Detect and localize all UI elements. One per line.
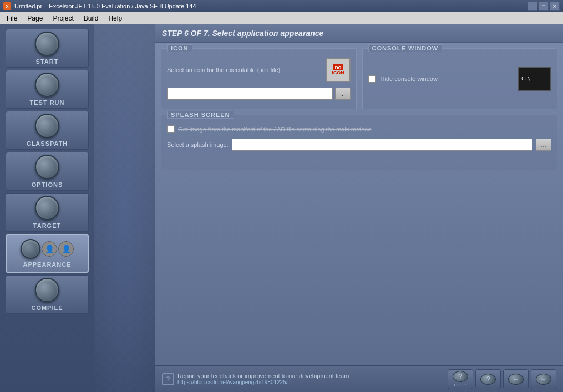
splash-browse-button[interactable]: ... <box>536 139 551 151</box>
feedback-url: https://blog.csdn.net/wangpengzhi1980122… <box>177 379 349 385</box>
forward-button[interactable]: → <box>531 369 556 389</box>
target-label: TARGET <box>33 222 61 229</box>
minimize-button[interactable]: — <box>528 2 537 11</box>
menu-file[interactable]: File <box>2 13 22 23</box>
start-label: START <box>36 58 59 65</box>
face-icon-2: 👤 <box>58 241 74 257</box>
menu-page[interactable]: Page <box>23 13 47 23</box>
no-icon-top-text: no <box>333 64 343 70</box>
titlebar-controls: — □ ✕ <box>528 2 560 11</box>
menu-help[interactable]: Help <box>104 13 126 23</box>
titlebar-title: Untitled.prj - Excelsior JET 15.0 Evalua… <box>14 3 196 9</box>
app-icon: X <box>3 2 11 10</box>
deco-background <box>94 24 155 392</box>
console-panel: CONSOLE WINDOW Hide console window C:\ <box>362 48 558 109</box>
sidebar-item-compile[interactable]: COMPILE <box>6 275 89 314</box>
splash-select-label: Select a splash image: <box>167 141 229 148</box>
bottom-bar: ? Report your feedback or improvement to… <box>155 365 563 392</box>
target-knob <box>35 196 59 220</box>
icon-file-input[interactable] <box>167 88 333 100</box>
sidebar-item-target[interactable]: TARGET <box>6 193 89 232</box>
options-label: OPTIONS <box>32 181 63 188</box>
classpath-knob <box>35 114 59 138</box>
help-label: HELP <box>454 383 467 388</box>
splash-manifest-checkbox[interactable] <box>167 125 175 133</box>
menu-project[interactable]: Project <box>48 13 78 23</box>
content-body: ICON Select an icon for the executable (… <box>155 43 563 365</box>
question-icon: ? <box>480 374 496 385</box>
appearance-knob <box>21 239 40 259</box>
help-button[interactable]: ? HELP <box>448 369 473 389</box>
menu-build[interactable]: Build <box>79 13 103 23</box>
forward-icon: → <box>536 374 551 385</box>
testrun-knob <box>35 73 59 97</box>
sidebar-item-classpath[interactable]: CLASSPATH <box>6 111 89 150</box>
maximize-button[interactable]: □ <box>539 2 549 11</box>
sidebar: START TEST RUN CLASSPATH OPTIONS TARGET … <box>0 24 94 392</box>
splash-file-input[interactable] <box>232 139 532 151</box>
feedback-text-area: Report your feedback or improvement to o… <box>177 373 349 385</box>
compile-label: COMPILE <box>31 304 63 311</box>
top-row: ICON Select an icon for the executable (… <box>161 48 557 109</box>
main-layout: START TEST RUN CLASSPATH OPTIONS TARGET … <box>0 24 563 392</box>
icon-browse-button[interactable]: ... <box>335 88 351 100</box>
splash-panel: SPLASH SCREEN Get image from the manifes… <box>161 115 557 170</box>
question-button[interactable]: ? <box>475 369 501 389</box>
start-knob <box>35 32 59 56</box>
console-preview: C:\ <box>518 67 551 91</box>
step-title: STEP 6 OF 7. Select application appearan… <box>162 29 323 38</box>
feedback-text: Report your feedback or improvement to o… <box>177 373 349 379</box>
splash-manifest-label: Get image from the manifest of the JAR f… <box>178 126 372 133</box>
console-preview-text: C:\ <box>521 76 530 82</box>
hide-console-checkbox[interactable] <box>368 75 376 83</box>
hide-console-label: Hide console window <box>381 75 514 82</box>
appearance-knob-area: 👤 👤 <box>21 239 74 259</box>
feedback-icon: ? <box>162 373 174 385</box>
no-icon-bottom-text: ICON <box>332 70 344 76</box>
sidebar-item-start[interactable]: START <box>6 29 89 68</box>
sidebar-item-testrun[interactable]: TEST RUN <box>6 70 89 109</box>
feedback-area: ? Report your feedback or improvement to… <box>162 373 448 385</box>
icon-file-row: ... <box>167 88 351 100</box>
icon-panel-title: ICON <box>167 44 192 52</box>
titlebar-left: X Untitled.prj - Excelsior JET 15.0 Eval… <box>3 2 196 10</box>
menubar: File Page Project Build Help <box>0 12 563 24</box>
compile-knob <box>35 278 59 302</box>
splash-checkbox-row: Get image from the manifest of the JAR f… <box>167 125 551 133</box>
back-icon: ← <box>508 374 524 385</box>
icon-panel: ICON Select an icon for the executable (… <box>161 48 357 109</box>
nav-buttons: ? HELP ? ← → <box>448 369 556 389</box>
help-icon: ? <box>453 371 468 382</box>
console-panel-title: CONSOLE WINDOW <box>368 44 443 52</box>
sidebar-item-appearance[interactable]: 👤 👤 APPEARANCE <box>6 234 89 273</box>
icon-select-label: Select an icon for the executable (.ico … <box>167 67 322 73</box>
icon-select-row: Select an icon for the executable (.ico … <box>167 58 351 82</box>
center-decoration <box>94 24 155 392</box>
splash-select-row: Select a splash image: ... <box>167 139 551 151</box>
content-area: STEP 6 OF 7. Select application appearan… <box>155 24 563 392</box>
splash-panel-title: SPLASH SCREEN <box>167 111 234 119</box>
appearance-label: APPEARANCE <box>23 261 71 268</box>
back-button[interactable]: ← <box>503 369 529 389</box>
close-button[interactable]: ✕ <box>550 2 560 11</box>
step-header: STEP 6 OF 7. Select application appearan… <box>155 24 563 43</box>
testrun-label: TEST RUN <box>30 99 65 106</box>
titlebar: X Untitled.prj - Excelsior JET 15.0 Eval… <box>0 0 563 12</box>
console-row: Hide console window C:\ <box>368 67 552 91</box>
face-icon-1: 👤 <box>42 241 57 257</box>
options-knob <box>35 155 59 179</box>
no-icon-preview: no ICON <box>326 58 351 82</box>
sidebar-item-options[interactable]: OPTIONS <box>6 152 89 191</box>
classpath-label: CLASSPATH <box>27 140 68 147</box>
